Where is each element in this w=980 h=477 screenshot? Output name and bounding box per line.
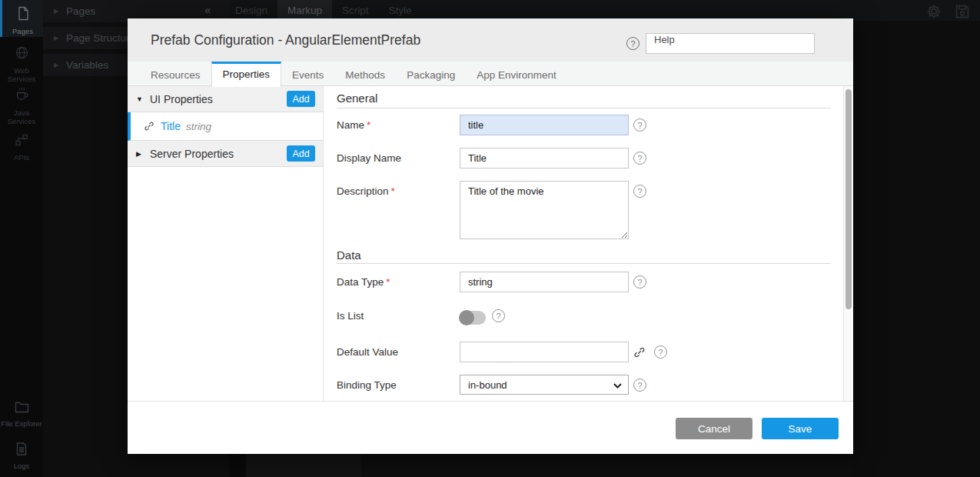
- dimmed-canvas: [853, 21, 980, 477]
- logs-icon: [15, 442, 28, 459]
- caret-down-icon: ▼: [136, 95, 147, 103]
- tab-packaging[interactable]: Packaging: [396, 64, 466, 86]
- dialog-tab-bar: Resources Properties Events Methods Pack…: [128, 62, 853, 86]
- collapse-panel-icon[interactable]: «: [204, 4, 211, 16]
- dimmed-footer-strip: [246, 454, 361, 477]
- gear-icon[interactable]: [925, 2, 943, 24]
- help-icon[interactable]: ?: [492, 309, 505, 322]
- description-label: Description*: [337, 181, 460, 197]
- save-button[interactable]: Save: [762, 418, 839, 439]
- property-name: Title: [161, 120, 181, 132]
- display-name-input[interactable]: [460, 148, 629, 168]
- caret-right-icon: ▶: [54, 62, 63, 68]
- caret-right-icon: ▶: [54, 35, 63, 42]
- help-label: Help: [646, 33, 815, 54]
- binding-type-select[interactable]: in-bound: [460, 375, 629, 395]
- help-icon[interactable]: ?: [633, 379, 646, 392]
- help-button[interactable]: ? Help: [626, 33, 815, 54]
- dialog-title: Prefab Configuration - AngularElementPre…: [151, 18, 420, 62]
- bind-link-icon[interactable]: [633, 346, 646, 359]
- property-type: string: [186, 121, 211, 132]
- pages-icon: [15, 5, 31, 25]
- toggle-knob: [459, 310, 474, 325]
- add-ui-property-button[interactable]: Add: [287, 91, 315, 107]
- help-icon[interactable]: ?: [633, 152, 646, 165]
- save-icon[interactable]: [953, 2, 972, 24]
- cancel-button[interactable]: Cancel: [676, 418, 752, 439]
- is-list-toggle[interactable]: [460, 311, 486, 325]
- tab-script[interactable]: Script: [332, 0, 379, 21]
- apis-icon: [14, 132, 29, 151]
- tab-style[interactable]: Style: [379, 0, 422, 21]
- default-value-input[interactable]: [460, 342, 629, 362]
- help-icon: ?: [626, 37, 639, 50]
- link-icon: [144, 121, 154, 132]
- dialog-footer: Cancel Save: [128, 401, 853, 454]
- display-name-label: Display Name: [337, 148, 460, 164]
- property-form: General Name* ? Display Name ? Descripti…: [324, 86, 843, 401]
- help-icon[interactable]: ?: [633, 185, 646, 198]
- scrollbar-track[interactable]: [843, 86, 853, 401]
- name-label: Name*: [337, 115, 460, 131]
- binding-type-label: Binding Type: [337, 375, 460, 391]
- tab-events[interactable]: Events: [281, 64, 334, 86]
- java-services-icon: [14, 86, 30, 106]
- default-value-label: Default Value: [337, 342, 460, 358]
- section-general: General: [337, 86, 831, 108]
- dialog-header: Prefab Configuration - AngularElementPre…: [128, 18, 853, 62]
- required-marker: *: [391, 185, 395, 197]
- sidebar-item-apis[interactable]: APIs: [0, 132, 43, 169]
- required-marker: *: [386, 276, 390, 288]
- sidebar-item-pages[interactable]: Pages: [0, 0, 43, 37]
- name-input[interactable]: [460, 115, 629, 135]
- caret-right-icon: ▶: [136, 150, 147, 158]
- sidebar-item-file-explorer[interactable]: File Explorer: [0, 400, 43, 439]
- tab-properties[interactable]: Properties: [211, 62, 282, 87]
- tab-methods[interactable]: Methods: [334, 64, 396, 86]
- help-icon[interactable]: ?: [633, 275, 646, 289]
- editor-tab-bar: Design Markup Script Style: [225, 0, 422, 21]
- property-item-title[interactable]: Title string: [128, 112, 323, 141]
- help-icon[interactable]: ?: [654, 345, 667, 359]
- prefab-configuration-dialog: Prefab Configuration - AngularElementPre…: [128, 18, 853, 454]
- properties-list-panel: ▼ UI Properties Add Title string ▶ Serve…: [128, 86, 324, 401]
- sidebar-item-logs[interactable]: Logs: [0, 442, 43, 477]
- ui-properties-group-header[interactable]: ▼ UI Properties Add: [128, 86, 323, 112]
- help-icon[interactable]: ?: [633, 118, 646, 132]
- web-services-icon: [14, 45, 30, 64]
- dimmed-panel-divider: [229, 454, 246, 477]
- required-marker: *: [367, 119, 370, 131]
- header-actions: [925, 2, 972, 24]
- server-properties-group-header[interactable]: ▶ Server Properties Add: [128, 141, 323, 167]
- data-type-label: Data Type*: [337, 272, 460, 288]
- file-explorer-icon: [14, 400, 30, 417]
- sidebar-item-java-services[interactable]: Java Services: [0, 86, 43, 131]
- description-textarea[interactable]: Title of the movie: [460, 181, 629, 239]
- dialog-body: ▼ UI Properties Add Title string ▶ Serve…: [128, 86, 853, 401]
- data-type-input[interactable]: [460, 272, 629, 292]
- scrollbar-thumb[interactable]: [845, 89, 852, 309]
- tab-app-environment[interactable]: App Environment: [466, 64, 567, 86]
- tab-markup[interactable]: Markup: [277, 0, 332, 21]
- icon-sidebar: Pages Web Services Java Services APIs Fi…: [0, 0, 43, 477]
- add-server-property-button[interactable]: Add: [287, 145, 315, 162]
- chevron-down-icon: [613, 378, 622, 392]
- caret-right-icon: ▶: [54, 8, 63, 15]
- section-data: Data: [337, 239, 831, 264]
- sidebar-item-web-services[interactable]: Web Services: [0, 45, 43, 88]
- is-list-label: Is List: [337, 308, 460, 322]
- tab-resources[interactable]: Resources: [140, 64, 211, 86]
- tab-design[interactable]: Design: [225, 0, 277, 21]
